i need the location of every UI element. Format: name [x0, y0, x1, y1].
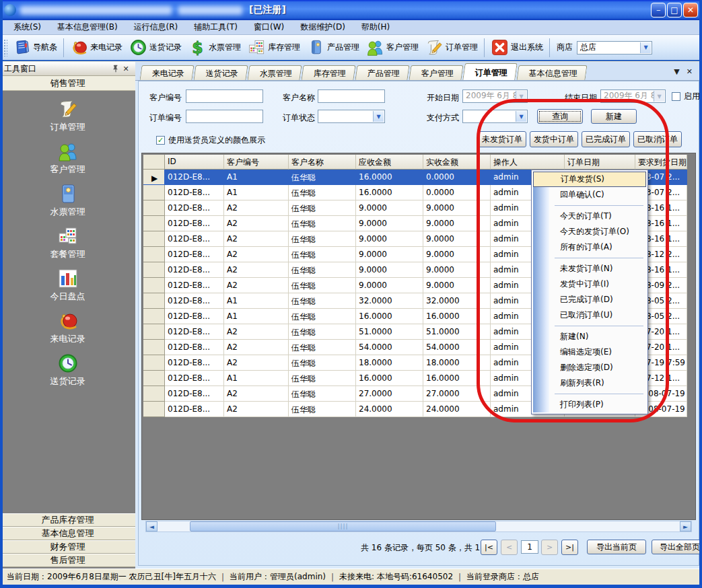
column-header-要求到货日期[interactable]: 要求到货日期	[635, 155, 687, 170]
query-button[interactable]: 查询	[537, 109, 583, 124]
toolbar-button-水票管理[interactable]: $水票管理	[185, 37, 244, 58]
row-selector-cell[interactable]	[143, 247, 165, 262]
menu-item-窗口(W)[interactable]: 窗口(W)	[246, 20, 292, 34]
horizontal-scrollbar[interactable]: ◄ ►	[145, 521, 692, 532]
row-selector-cell[interactable]	[143, 340, 165, 355]
column-header-客户名称[interactable]: 客户名称	[289, 155, 356, 170]
row-selector-cell[interactable]	[143, 293, 165, 309]
toolbar-button-库存管理[interactable]: 库存管理	[244, 37, 304, 58]
first-page-button[interactable]: |<	[481, 540, 497, 555]
tab-close-icon[interactable]: ✕	[687, 67, 693, 76]
pin-icon[interactable]	[111, 64, 120, 73]
maximize-button[interactable]: □	[667, 3, 682, 17]
context-menu-item-回单确认(C)[interactable]: 回单确认(C)	[533, 187, 646, 203]
status-filter-button-已取消订单[interactable]: 已取消订单	[633, 131, 682, 147]
status-filter-button-已完成订单[interactable]: 已完成订单	[582, 131, 630, 147]
customer-no-input[interactable]	[186, 89, 263, 103]
column-header-操作人[interactable]: 操作人	[491, 155, 565, 170]
customer-name-input[interactable]	[318, 89, 385, 103]
toolbar-button-导航条[interactable]: 导航条	[9, 37, 61, 58]
row-selector-cell[interactable]	[143, 371, 165, 386]
context-menu-item-新建(N)[interactable]: 新建(N)	[533, 329, 646, 344]
tab-客户管理[interactable]: 客户管理	[409, 65, 463, 80]
last-page-button[interactable]: >|	[561, 540, 578, 555]
sidebar-section-产品库存管理[interactable]: 产品库存管理	[0, 513, 135, 527]
row-selector-cell[interactable]	[143, 278, 165, 293]
scroll-left-icon[interactable]: ◄	[146, 521, 157, 531]
sidebar-section-售后管理[interactable]: 售后管理	[0, 554, 135, 567]
column-header-订单日期[interactable]: 订单日期	[565, 155, 635, 170]
status-filter-button-未发货订单[interactable]: 未发货订单	[478, 131, 526, 147]
enable-checkbox[interactable]: 启用	[672, 91, 700, 102]
page-number-input[interactable]: 1	[521, 540, 538, 554]
tab-产品管理[interactable]: 产品管理	[355, 65, 409, 80]
sidebar-section-基本信息管理[interactable]: 基本信息管理	[0, 527, 135, 540]
column-header-客户编号[interactable]: 客户编号	[224, 155, 289, 170]
context-menu-item-发货中订单(I)[interactable]: 发货中订单(I)	[533, 277, 646, 292]
scrollbar-track[interactable]	[157, 521, 680, 531]
sidebar-item-订单管理[interactable]: 订单管理	[0, 98, 135, 141]
row-selector-cell[interactable]	[143, 262, 165, 278]
sidebar-section-sales[interactable]: 销售管理	[0, 76, 135, 91]
context-menu-item-今天的订单(T)[interactable]: 今天的订单(T)	[533, 209, 646, 224]
chevron-down-icon[interactable]: ▼	[640, 42, 651, 53]
row-selector-cell[interactable]	[143, 386, 165, 402]
context-menu-item-已完成订单(D)[interactable]: 已完成订单(D)	[533, 292, 646, 307]
tab-水票管理[interactable]: 水票管理	[247, 65, 302, 80]
sidebar-item-送货记录[interactable]: 送货记录	[0, 353, 135, 395]
order-no-input[interactable]	[186, 110, 263, 123]
row-selector-cell[interactable]: ▶	[143, 170, 165, 185]
deliverer-color-checkbox[interactable]: ✓使用送货员定义的颜色展示	[156, 135, 265, 146]
prev-page-button[interactable]: <	[501, 540, 518, 555]
menu-item-基本信息管理(B)[interactable]: 基本信息管理(B)	[49, 20, 126, 34]
tool-window-close-icon[interactable]: ✕	[120, 65, 131, 73]
row-selector-cell[interactable]	[143, 231, 165, 247]
column-header-实收金额[interactable]: 实收金额	[423, 155, 491, 170]
order-status-select[interactable]: ▼	[318, 110, 385, 123]
scrollbar-thumb[interactable]	[190, 521, 496, 531]
column-header-ID[interactable]: ID	[165, 155, 224, 170]
menu-item-帮助(H)[interactable]: 帮助(H)	[353, 20, 398, 34]
context-menu-item-打印列表(P)[interactable]: 打印列表(P)	[533, 397, 646, 412]
context-menu-item-删除选定项(D)[interactable]: 删除选定项(D)	[533, 360, 646, 375]
menu-item-数据维护(D)[interactable]: 数据维护(D)	[292, 20, 353, 34]
new-button[interactable]: 新建	[591, 109, 637, 124]
menu-item-辅助工具(T)[interactable]: 辅助工具(T)	[186, 20, 246, 34]
context-menu-item-今天的发货订单(O)[interactable]: 今天的发货订单(O)	[533, 224, 646, 240]
context-menu-item-所有的订单(A)[interactable]: 所有的订单(A)	[533, 240, 646, 255]
row-selector-cell[interactable]	[143, 324, 165, 340]
minimize-button[interactable]: －	[651, 3, 666, 17]
row-selector-cell[interactable]	[143, 216, 165, 231]
context-menu-item-刷新列表(R)[interactable]: 刷新列表(R)	[533, 375, 646, 391]
tab-订单管理[interactable]: 订单管理	[462, 63, 518, 80]
row-selector-cell[interactable]	[143, 402, 165, 417]
menu-item-系统(S)[interactable]: 系统(S)	[5, 20, 49, 34]
tab-送货记录[interactable]: 送货记录	[193, 65, 248, 80]
context-menu-item-订单发货(S)[interactable]: 订单发货(S)	[533, 172, 646, 187]
export-all-pages-button[interactable]: 导出全部页	[652, 540, 702, 554]
export-current-page-button[interactable]: 导出当前页	[587, 540, 646, 554]
start-date-picker[interactable]: 2009年 6月 8日▼	[462, 89, 528, 103]
status-filter-button-发货中订单[interactable]: 发货中订单	[530, 131, 578, 147]
sidebar-item-来电记录[interactable]: 来电记录	[0, 310, 135, 353]
next-page-button[interactable]: >	[541, 540, 558, 555]
toolbar-button-客户管理[interactable]: 客户管理	[363, 37, 422, 58]
toolbar-button-退出系统[interactable]: 退出系统	[487, 37, 547, 58]
end-date-picker[interactable]: 2009年 6月 8日▼	[600, 89, 666, 103]
sidebar-item-水票管理[interactable]: 水票管理	[0, 183, 135, 225]
context-menu-item-未发货订单(N)[interactable]: 未发货订单(N)	[533, 261, 646, 277]
row-selector-cell[interactable]	[143, 309, 165, 324]
row-selector-cell[interactable]	[143, 185, 165, 200]
row-selector-cell[interactable]	[143, 200, 165, 216]
sidebar-item-套餐管理[interactable]: 套餐管理	[0, 225, 135, 268]
toolbar-button-来电记录[interactable]: 来电记录	[67, 37, 126, 58]
sidebar-section-财务管理[interactable]: 财务管理	[0, 540, 135, 554]
tab-库存管理[interactable]: 库存管理	[301, 65, 355, 80]
tab-list-dropdown-icon[interactable]: ▼	[674, 67, 679, 76]
context-menu-item-已取消订单(U)[interactable]: 已取消订单(U)	[533, 307, 646, 323]
store-select[interactable]: 总店▼	[577, 41, 652, 54]
toolbar-button-送货记录[interactable]: 送货记录	[126, 37, 185, 58]
sidebar-item-客户管理[interactable]: 客户管理	[0, 141, 135, 183]
column-header-应收金额[interactable]: 应收金额	[356, 155, 423, 170]
tab-来电记录[interactable]: 来电记录	[139, 65, 194, 80]
